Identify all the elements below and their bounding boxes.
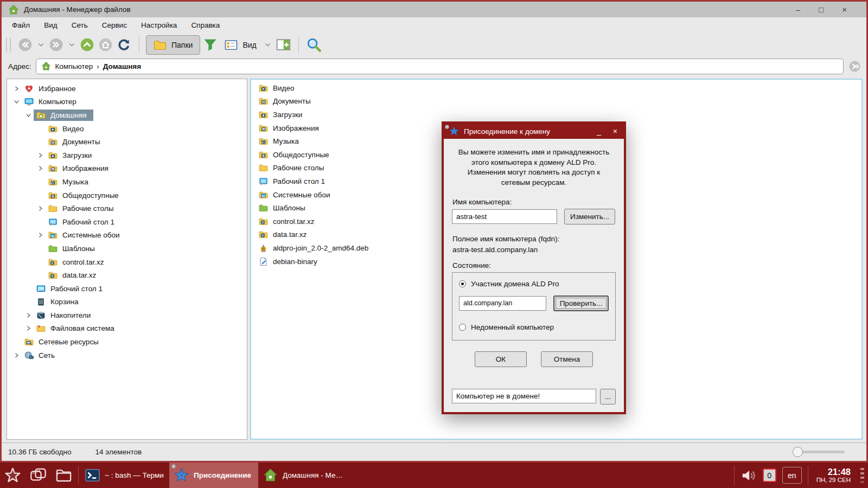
sidebar-item[interactable]: Музыка <box>7 175 247 189</box>
sidebar-item-label: Сетевые ресурсы <box>39 338 99 346</box>
refresh-button[interactable] <box>116 36 132 53</box>
windows-overview-button[interactable] <box>25 463 51 488</box>
cancel-button[interactable]: Отмена <box>541 351 593 367</box>
menu-item[interactable]: Справка <box>184 19 227 31</box>
taskbar-task[interactable]: Присоединение … <box>169 463 258 488</box>
dialog-titlebar[interactable]: Присоединение к домену _ × <box>444 124 624 139</box>
close-button[interactable]: × <box>842 5 847 14</box>
sidebar-item[interactable]: Домашняя <box>7 108 247 122</box>
folder-templates-icon <box>258 203 269 213</box>
sidebar-item[interactable]: control.tar.xz <box>7 255 247 269</box>
start-menu-button[interactable] <box>0 463 25 488</box>
sidebar-item[interactable]: Видео <box>7 122 247 136</box>
tree-expander-icon[interactable] <box>23 324 34 333</box>
notification-badge[interactable]: 0 <box>763 468 776 482</box>
go-button[interactable] <box>848 60 861 73</box>
sidebar-item[interactable]: Шаблоны <box>7 242 247 255</box>
check-button[interactable]: Проверить... <box>553 296 609 311</box>
desktop-folder-icon <box>48 217 58 227</box>
monitor-icon <box>24 97 34 106</box>
folder-music-icon <box>48 177 58 187</box>
view-dropdown[interactable] <box>263 36 273 53</box>
sidebar-item[interactable]: Сеть <box>7 349 247 362</box>
tree-expander-icon[interactable] <box>11 351 22 360</box>
forward-button[interactable] <box>48 36 65 53</box>
toolbar-grip[interactable] <box>6 37 11 53</box>
search-button[interactable] <box>305 36 322 53</box>
taskbar-task[interactable]: Домашняя - Ме… <box>258 463 347 488</box>
show-desktop-button[interactable] <box>859 468 865 483</box>
dual-panel-button[interactable] <box>275 36 292 53</box>
more-button[interactable]: ... <box>600 389 616 404</box>
menu-item[interactable]: Файл <box>5 19 37 31</box>
taskbar-task[interactable]: ~ : bash — Терми… <box>80 463 169 488</box>
computer-name-input[interactable]: astra-test <box>452 209 557 224</box>
sidebar-item[interactable]: Сетевые ресурсы <box>7 335 247 349</box>
maximize-button[interactable]: □ <box>819 5 824 14</box>
tree-expander-icon[interactable] <box>35 230 46 240</box>
sidebar-item[interactable]: Рабочий стол 1 <box>7 215 247 229</box>
clock-date: ПН, 29 СЕН <box>816 477 851 484</box>
dialog-close-button[interactable]: × <box>613 127 617 136</box>
home-button[interactable] <box>97 36 114 53</box>
sidebar-item[interactable]: Избранное <box>7 82 247 95</box>
sidebar-item[interactable]: Рабочий стол 1 <box>7 282 247 296</box>
file-item[interactable]: Загрузки <box>251 108 861 121</box>
file-item-label: data.tar.xz <box>273 230 307 239</box>
up-button[interactable] <box>79 36 95 53</box>
text-file-icon <box>258 257 269 266</box>
sidebar-item[interactable]: data.tar.xz <box>7 268 247 282</box>
drives-icon <box>36 311 46 320</box>
clock[interactable]: 21:48 ПН, 29 СЕН <box>816 467 851 484</box>
folder-outline-icon <box>55 467 72 484</box>
tree-expander-icon[interactable] <box>11 84 22 93</box>
breadcrumb-computer[interactable]: Компьютер <box>55 62 93 70</box>
tree-expander-icon[interactable] <box>35 151 46 160</box>
folders-toggle-button[interactable]: Папки <box>146 35 200 55</box>
file-item[interactable]: Документы <box>251 95 861 108</box>
zoom-slider[interactable] <box>793 447 845 457</box>
sidebar-item[interactable]: Компьютер <box>7 95 247 109</box>
statusbar: 10.36 ГБ свободно 14 элементов <box>2 442 866 461</box>
domain-name-input[interactable]: ald.company.lan <box>459 296 546 311</box>
address-field[interactable]: Компьютер › Домашняя <box>36 59 844 74</box>
filter-button[interactable] <box>202 36 219 53</box>
menu-item[interactable]: Вид <box>37 19 64 31</box>
file-manager-launcher[interactable] <box>51 463 76 488</box>
menu-item[interactable]: Сеть <box>65 19 95 31</box>
minimize-button[interactable]: – <box>796 5 800 14</box>
file-item[interactable]: Видео <box>251 81 861 95</box>
tree-expander-icon[interactable] <box>11 97 22 106</box>
forward-history-dropdown[interactable] <box>66 36 77 53</box>
sidebar-item[interactable]: Файловая система <box>7 322 247 336</box>
sidebar-item[interactable]: Рабочие столы <box>7 202 247 215</box>
sidebar-item[interactable]: Загрузки <box>7 149 247 162</box>
sidebar-item-label: data.tar.xz <box>62 271 96 279</box>
sidebar-item[interactable]: Общедоступные <box>7 189 247 202</box>
sidebar-item[interactable]: Документы <box>7 135 247 149</box>
no-domain-radio[interactable]: Недоменный компьютер <box>459 323 609 331</box>
menu-item[interactable]: Сервис <box>95 19 134 31</box>
keyboard-layout-indicator[interactable]: en <box>782 467 802 484</box>
window-titlebar[interactable]: Домашняя - Менеджер файлов – □ × <box>2 2 866 17</box>
tree-expander-icon[interactable] <box>23 311 34 320</box>
sidebar-item[interactable]: Системные обои <box>7 229 247 242</box>
zoom-slider-track[interactable] <box>801 451 845 453</box>
domain-member-radio[interactable]: Участник домена ALD Pro <box>459 280 609 288</box>
sidebar-item[interactable]: Накопители <box>7 309 247 322</box>
tree-expander-icon[interactable] <box>23 111 34 120</box>
change-button[interactable]: Изменить... <box>564 209 615 224</box>
back-history-dropdown[interactable] <box>35 36 46 53</box>
tree-expander-icon[interactable] <box>35 164 46 173</box>
ok-button[interactable]: ОК <box>475 351 527 367</box>
tree-expander-icon[interactable] <box>35 204 46 213</box>
breadcrumb-current[interactable]: Домашняя <box>103 62 141 70</box>
zoom-slider-knob[interactable] <box>793 447 803 457</box>
view-button[interactable]: Вид <box>220 36 260 54</box>
dialog-minimize-button[interactable]: _ <box>597 127 601 136</box>
sidebar-item[interactable]: Изображения <box>7 162 247 176</box>
back-button[interactable] <box>17 36 34 53</box>
volume-icon[interactable] <box>741 467 757 484</box>
sidebar-item[interactable]: Корзина <box>7 296 247 309</box>
menu-item[interactable]: Настройка <box>134 19 184 31</box>
